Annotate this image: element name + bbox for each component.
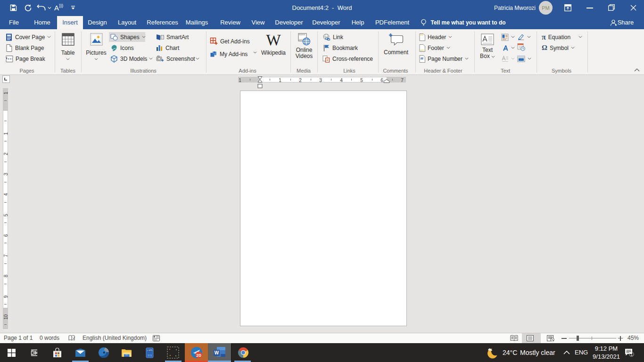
svg-text:SYS: SYS: [148, 354, 152, 357]
svg-text:W: W: [215, 350, 219, 355]
svg-text:1: 1: [630, 352, 633, 357]
svg-text:20: 20: [196, 353, 201, 358]
svg-text:LMS: LMS: [147, 349, 153, 352]
